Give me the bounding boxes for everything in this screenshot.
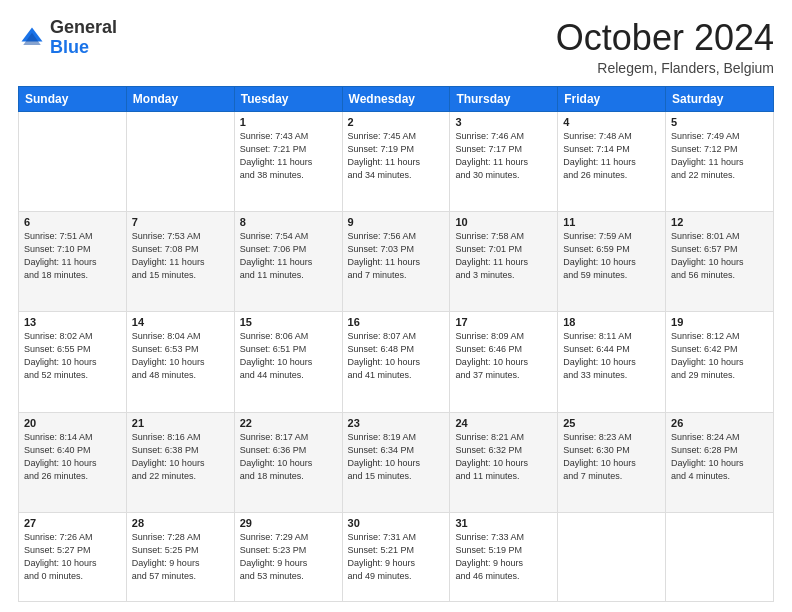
day-info: Sunrise: 7:43 AM Sunset: 7:21 PM Dayligh… xyxy=(240,130,337,182)
calendar-table: Sunday Monday Tuesday Wednesday Thursday… xyxy=(18,86,774,602)
table-row: 25Sunrise: 8:23 AM Sunset: 6:30 PM Dayli… xyxy=(558,412,666,512)
table-row: 22Sunrise: 8:17 AM Sunset: 6:36 PM Dayli… xyxy=(234,412,342,512)
table-row: 24Sunrise: 8:21 AM Sunset: 6:32 PM Dayli… xyxy=(450,412,558,512)
day-info: Sunrise: 8:19 AM Sunset: 6:34 PM Dayligh… xyxy=(348,431,445,483)
table-row: 31Sunrise: 7:33 AM Sunset: 5:19 PM Dayli… xyxy=(450,513,558,602)
logo-icon xyxy=(18,24,46,52)
table-row: 11Sunrise: 7:59 AM Sunset: 6:59 PM Dayli… xyxy=(558,211,666,311)
day-info: Sunrise: 7:26 AM Sunset: 5:27 PM Dayligh… xyxy=(24,531,121,583)
day-number: 8 xyxy=(240,216,337,228)
day-info: Sunrise: 8:06 AM Sunset: 6:51 PM Dayligh… xyxy=(240,330,337,382)
col-thursday: Thursday xyxy=(450,86,558,111)
day-info: Sunrise: 8:21 AM Sunset: 6:32 PM Dayligh… xyxy=(455,431,552,483)
day-number: 31 xyxy=(455,517,552,529)
calendar-week-row: 20Sunrise: 8:14 AM Sunset: 6:40 PM Dayli… xyxy=(19,412,774,512)
day-number: 25 xyxy=(563,417,660,429)
day-number: 9 xyxy=(348,216,445,228)
day-number: 18 xyxy=(563,316,660,328)
table-row: 10Sunrise: 7:58 AM Sunset: 7:01 PM Dayli… xyxy=(450,211,558,311)
day-number: 7 xyxy=(132,216,229,228)
col-monday: Monday xyxy=(126,86,234,111)
table-row: 28Sunrise: 7:28 AM Sunset: 5:25 PM Dayli… xyxy=(126,513,234,602)
table-row: 19Sunrise: 8:12 AM Sunset: 6:42 PM Dayli… xyxy=(666,312,774,412)
day-info: Sunrise: 7:46 AM Sunset: 7:17 PM Dayligh… xyxy=(455,130,552,182)
day-number: 22 xyxy=(240,417,337,429)
table-row: 16Sunrise: 8:07 AM Sunset: 6:48 PM Dayli… xyxy=(342,312,450,412)
day-number: 29 xyxy=(240,517,337,529)
table-row: 4Sunrise: 7:48 AM Sunset: 7:14 PM Daylig… xyxy=(558,111,666,211)
table-row: 23Sunrise: 8:19 AM Sunset: 6:34 PM Dayli… xyxy=(342,412,450,512)
table-row xyxy=(558,513,666,602)
calendar-week-row: 13Sunrise: 8:02 AM Sunset: 6:55 PM Dayli… xyxy=(19,312,774,412)
day-info: Sunrise: 7:33 AM Sunset: 5:19 PM Dayligh… xyxy=(455,531,552,583)
day-info: Sunrise: 7:59 AM Sunset: 6:59 PM Dayligh… xyxy=(563,230,660,282)
day-number: 2 xyxy=(348,116,445,128)
day-info: Sunrise: 8:12 AM Sunset: 6:42 PM Dayligh… xyxy=(671,330,768,382)
day-info: Sunrise: 7:31 AM Sunset: 5:21 PM Dayligh… xyxy=(348,531,445,583)
calendar-header-row: Sunday Monday Tuesday Wednesday Thursday… xyxy=(19,86,774,111)
day-info: Sunrise: 8:23 AM Sunset: 6:30 PM Dayligh… xyxy=(563,431,660,483)
day-info: Sunrise: 8:24 AM Sunset: 6:28 PM Dayligh… xyxy=(671,431,768,483)
day-number: 14 xyxy=(132,316,229,328)
col-saturday: Saturday xyxy=(666,86,774,111)
day-number: 30 xyxy=(348,517,445,529)
table-row: 5Sunrise: 7:49 AM Sunset: 7:12 PM Daylig… xyxy=(666,111,774,211)
day-info: Sunrise: 8:09 AM Sunset: 6:46 PM Dayligh… xyxy=(455,330,552,382)
table-row xyxy=(126,111,234,211)
day-number: 17 xyxy=(455,316,552,328)
day-number: 27 xyxy=(24,517,121,529)
day-number: 19 xyxy=(671,316,768,328)
table-row: 2Sunrise: 7:45 AM Sunset: 7:19 PM Daylig… xyxy=(342,111,450,211)
day-number: 4 xyxy=(563,116,660,128)
table-row: 18Sunrise: 8:11 AM Sunset: 6:44 PM Dayli… xyxy=(558,312,666,412)
table-row: 14Sunrise: 8:04 AM Sunset: 6:53 PM Dayli… xyxy=(126,312,234,412)
day-number: 3 xyxy=(455,116,552,128)
day-info: Sunrise: 8:01 AM Sunset: 6:57 PM Dayligh… xyxy=(671,230,768,282)
day-info: Sunrise: 7:51 AM Sunset: 7:10 PM Dayligh… xyxy=(24,230,121,282)
day-info: Sunrise: 7:45 AM Sunset: 7:19 PM Dayligh… xyxy=(348,130,445,182)
table-row: 3Sunrise: 7:46 AM Sunset: 7:17 PM Daylig… xyxy=(450,111,558,211)
table-row: 20Sunrise: 8:14 AM Sunset: 6:40 PM Dayli… xyxy=(19,412,127,512)
day-number: 10 xyxy=(455,216,552,228)
day-number: 28 xyxy=(132,517,229,529)
col-tuesday: Tuesday xyxy=(234,86,342,111)
table-row: 26Sunrise: 8:24 AM Sunset: 6:28 PM Dayli… xyxy=(666,412,774,512)
table-row: 15Sunrise: 8:06 AM Sunset: 6:51 PM Dayli… xyxy=(234,312,342,412)
day-info: Sunrise: 7:58 AM Sunset: 7:01 PM Dayligh… xyxy=(455,230,552,282)
logo-text: General Blue xyxy=(50,18,117,58)
day-info: Sunrise: 7:29 AM Sunset: 5:23 PM Dayligh… xyxy=(240,531,337,583)
day-info: Sunrise: 7:54 AM Sunset: 7:06 PM Dayligh… xyxy=(240,230,337,282)
day-number: 11 xyxy=(563,216,660,228)
calendar-week-row: 1Sunrise: 7:43 AM Sunset: 7:21 PM Daylig… xyxy=(19,111,774,211)
table-row: 13Sunrise: 8:02 AM Sunset: 6:55 PM Dayli… xyxy=(19,312,127,412)
table-row: 8Sunrise: 7:54 AM Sunset: 7:06 PM Daylig… xyxy=(234,211,342,311)
day-info: Sunrise: 7:49 AM Sunset: 7:12 PM Dayligh… xyxy=(671,130,768,182)
day-info: Sunrise: 7:53 AM Sunset: 7:08 PM Dayligh… xyxy=(132,230,229,282)
day-info: Sunrise: 8:04 AM Sunset: 6:53 PM Dayligh… xyxy=(132,330,229,382)
table-row: 30Sunrise: 7:31 AM Sunset: 5:21 PM Dayli… xyxy=(342,513,450,602)
day-number: 12 xyxy=(671,216,768,228)
day-info: Sunrise: 8:17 AM Sunset: 6:36 PM Dayligh… xyxy=(240,431,337,483)
table-row xyxy=(19,111,127,211)
table-row: 29Sunrise: 7:29 AM Sunset: 5:23 PM Dayli… xyxy=(234,513,342,602)
col-sunday: Sunday xyxy=(19,86,127,111)
day-number: 1 xyxy=(240,116,337,128)
day-number: 16 xyxy=(348,316,445,328)
subtitle: Relegem, Flanders, Belgium xyxy=(556,60,774,76)
day-info: Sunrise: 8:14 AM Sunset: 6:40 PM Dayligh… xyxy=(24,431,121,483)
day-number: 5 xyxy=(671,116,768,128)
day-info: Sunrise: 7:28 AM Sunset: 5:25 PM Dayligh… xyxy=(132,531,229,583)
day-number: 21 xyxy=(132,417,229,429)
month-title: October 2024 xyxy=(556,18,774,58)
table-row: 12Sunrise: 8:01 AM Sunset: 6:57 PM Dayli… xyxy=(666,211,774,311)
title-block: October 2024 Relegem, Flanders, Belgium xyxy=(556,18,774,76)
day-info: Sunrise: 7:56 AM Sunset: 7:03 PM Dayligh… xyxy=(348,230,445,282)
table-row xyxy=(666,513,774,602)
day-info: Sunrise: 8:11 AM Sunset: 6:44 PM Dayligh… xyxy=(563,330,660,382)
table-row: 21Sunrise: 8:16 AM Sunset: 6:38 PM Dayli… xyxy=(126,412,234,512)
logo: General Blue xyxy=(18,18,117,58)
day-info: Sunrise: 8:07 AM Sunset: 6:48 PM Dayligh… xyxy=(348,330,445,382)
day-info: Sunrise: 7:48 AM Sunset: 7:14 PM Dayligh… xyxy=(563,130,660,182)
calendar-week-row: 27Sunrise: 7:26 AM Sunset: 5:27 PM Dayli… xyxy=(19,513,774,602)
calendar-week-row: 6Sunrise: 7:51 AM Sunset: 7:10 PM Daylig… xyxy=(19,211,774,311)
